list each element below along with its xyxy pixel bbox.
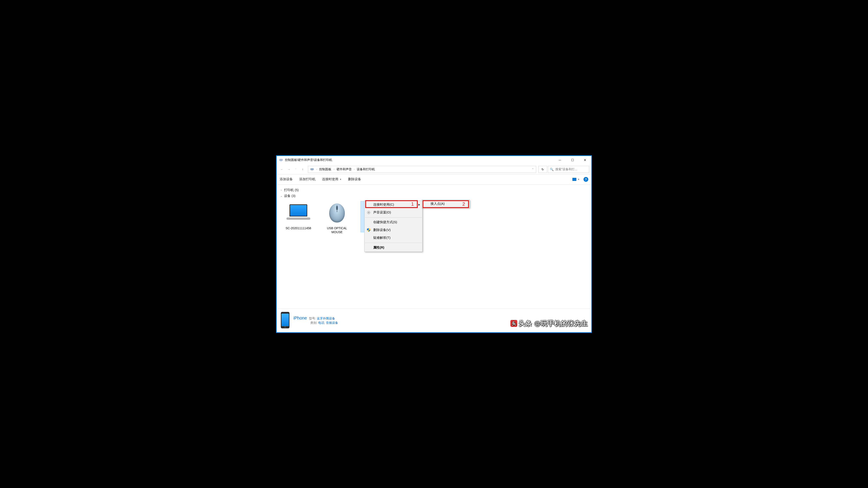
watermark-text: 头条 @玩手机的张先生 <box>519 319 588 328</box>
command-bar: 添加设备 添加打印机 连接时使用▼ 删除设备 ▼ ? <box>277 174 591 185</box>
svg-rect-4 <box>311 170 313 171</box>
submenu-access-point[interactable]: 接入点(A) <box>422 200 470 208</box>
search-icon: 🔍 <box>550 168 554 171</box>
recent-dropdown[interactable]: ˅ <box>293 166 299 172</box>
group-printers[interactable]: › 打印机 (5) <box>280 188 588 192</box>
address-bar[interactable]: › 控制面板 › 硬件和声音 › 设备和打印机 ˅ <box>308 166 536 173</box>
navigation-bar: ← → ˅ ↑ › 控制面板 › 硬件和声音 › 设备和打印机 ˅ ↻ 🔍 搜索… <box>277 165 591 174</box>
context-menu: 连接时使用(C) ▶ 声音设置(O) 创建快捷方式(S) 删除设备(V) 疑难解… <box>364 201 423 252</box>
group-printers-label: 打印机 (5) <box>284 188 299 192</box>
svg-rect-3 <box>311 168 314 170</box>
breadcrumb-hardware-sound[interactable]: 硬件和声音 <box>336 167 352 172</box>
chevron-right-icon[interactable]: › <box>353 168 355 170</box>
refresh-button[interactable]: ↻ <box>538 166 547 173</box>
menu-create-shortcut[interactable]: 创建快捷方式(S) <box>365 219 422 226</box>
chevron-right-icon[interactable]: › <box>333 168 335 170</box>
menu-sound-settings[interactable]: 声音设置(O) <box>365 209 422 217</box>
laptop-icon <box>286 204 310 222</box>
svg-rect-2 <box>280 161 282 162</box>
chevron-down-icon: ⌄ <box>280 195 283 197</box>
device-item-laptop[interactable]: SC-202011111458 <box>283 201 314 234</box>
view-icon <box>572 178 576 181</box>
context-submenu: 接入点(A) <box>422 200 470 208</box>
shield-icon <box>367 228 371 232</box>
menu-connect-using[interactable]: 连接时使用(C) ▶ <box>365 201 422 209</box>
phone-icon <box>281 312 289 328</box>
explorer-window: 控制面板\硬件和声音\设备和打印机 ─ ☐ ✕ ← → ˅ ↑ › 控制面板 ›… <box>276 155 592 333</box>
chevron-down-icon: ▼ <box>340 178 342 181</box>
svg-rect-1 <box>280 159 282 159</box>
group-devices-label: 设备 (3) <box>284 194 296 198</box>
title-bar: 控制面板\硬件和声音\设备和打印机 ─ ☐ ✕ <box>277 156 591 165</box>
watermark: 头条 @玩手机的张先生 <box>510 319 588 328</box>
up-button[interactable]: ↑ <box>300 166 306 172</box>
add-printer-button[interactable]: 添加打印机 <box>299 177 315 181</box>
devices-printers-icon <box>279 158 283 162</box>
window-controls: ─ ☐ ✕ <box>554 156 591 164</box>
speaker-icon <box>367 210 371 215</box>
mouse-icon <box>329 203 345 223</box>
content-area: › 打印机 (5) ⌄ 设备 (3) SC-202011111458 USB O… <box>277 185 591 308</box>
connect-using-button[interactable]: 连接时使用▼ <box>322 177 342 181</box>
forward-button[interactable]: → <box>286 166 292 172</box>
help-button[interactable]: ? <box>584 177 588 182</box>
remove-device-button[interactable]: 删除设备 <box>348 177 361 181</box>
device-item-mouse[interactable]: USB OPTICAL MOUSE <box>321 201 352 234</box>
details-model-value: 蓝牙外围设备 <box>317 317 335 320</box>
address-dropdown[interactable]: ˅ <box>532 168 535 170</box>
maximize-button[interactable]: ☐ <box>566 156 579 164</box>
close-button[interactable]: ✕ <box>579 156 591 164</box>
view-options-button[interactable]: ▼ <box>572 178 580 181</box>
menu-properties[interactable]: 属性(R) <box>365 244 422 252</box>
chevron-right-icon: › <box>280 189 283 191</box>
details-category-value: 电话; 音频设备 <box>318 321 338 324</box>
device-label: SC-202011111458 <box>286 226 311 230</box>
search-box[interactable]: 🔍 搜索"设备和打... <box>548 166 589 173</box>
breadcrumb-control-panel[interactable]: 控制面板 <box>318 167 332 172</box>
toutiao-icon <box>510 320 517 327</box>
menu-troubleshoot[interactable]: 疑难解答(T) <box>365 234 422 242</box>
add-device-button[interactable]: 添加设备 <box>280 177 293 181</box>
chevron-down-icon: ▼ <box>578 178 580 181</box>
details-meta: iPhone 型号: 蓝牙外围设备 类别: 电话; 音频设备 <box>293 315 338 325</box>
back-button[interactable]: ← <box>279 166 285 172</box>
minimize-button[interactable]: ─ <box>554 156 566 164</box>
submenu-arrow-icon: ▶ <box>418 203 420 206</box>
menu-separator <box>365 217 422 218</box>
device-label: USB OPTICAL MOUSE <box>321 226 352 234</box>
location-icon <box>310 167 314 171</box>
breadcrumb-devices-printers[interactable]: 设备和打印机 <box>356 167 376 172</box>
chevron-right-icon[interactable]: › <box>315 168 318 170</box>
menu-remove-device[interactable]: 删除设备(V) <box>365 226 422 234</box>
details-device-name: iPhone <box>293 316 307 321</box>
group-devices[interactable]: ⌄ 设备 (3) <box>280 194 588 198</box>
details-category-label: 类别: <box>310 321 317 324</box>
search-placeholder: 搜索"设备和打... <box>555 167 577 171</box>
window-title: 控制面板\硬件和声音\设备和打印机 <box>285 158 332 162</box>
details-model-label: 型号: <box>309 317 316 320</box>
